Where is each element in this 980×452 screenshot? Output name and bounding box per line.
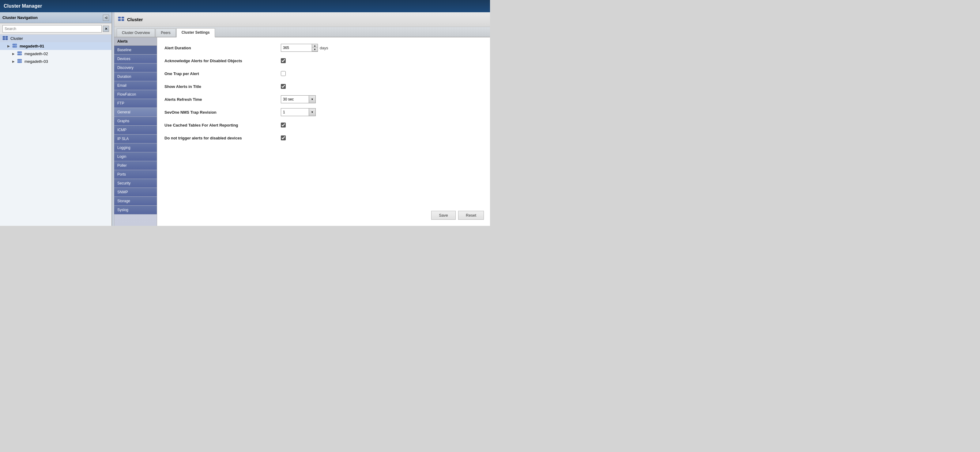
save-button[interactable]: Save xyxy=(431,211,456,220)
acknowledge-alerts-checkbox[interactable] xyxy=(281,58,286,63)
one-trap-row: One Trap per Alert xyxy=(164,69,483,78)
no-trigger-alerts-control xyxy=(281,136,286,141)
tree-container: Cluster ▶ megadeth-01 ▶ xyxy=(0,35,111,226)
svg-point-11 xyxy=(21,54,21,55)
alerts-refresh-dropdown-container: ▼ xyxy=(281,95,316,103)
show-alerts-control xyxy=(281,84,286,89)
sidebar-item-duration[interactable]: Duration xyxy=(114,72,157,81)
cluster-label: Cluster xyxy=(10,36,23,41)
one-trap-checkbox[interactable] xyxy=(281,71,286,76)
server-icon-03 xyxy=(17,59,22,64)
clear-search-button[interactable]: ✕ xyxy=(103,26,109,32)
alert-duration-input[interactable] xyxy=(281,44,312,51)
settings-content: Alert Duration ▲ ▼ days A xyxy=(157,37,490,226)
tree-item-megadeth-01[interactable]: ▶ megadeth-01 xyxy=(0,42,111,50)
alert-duration-input-container: ▲ ▼ xyxy=(281,44,318,52)
sidebar-item-general[interactable]: General xyxy=(114,108,157,117)
megadeth-03-label: megadeth-03 xyxy=(24,59,48,64)
panel-divider[interactable]: · · · xyxy=(112,12,114,226)
show-alerts-checkbox[interactable] xyxy=(281,84,286,89)
acknowledge-alerts-label: Acknowledge Alerts for Disabled Objects xyxy=(164,59,281,63)
alert-duration-label: Alert Duration xyxy=(164,46,281,50)
cluster-icon xyxy=(2,36,8,41)
sidebar-item-syslog[interactable]: Syslog xyxy=(114,206,157,214)
search-input[interactable] xyxy=(2,25,102,32)
sidebar-item-devices[interactable]: Devices xyxy=(114,54,157,64)
cached-tables-checkbox[interactable] xyxy=(281,123,286,128)
svg-rect-19 xyxy=(122,19,124,21)
right-panel: Cluster Cluster Overview Peers Cluster S… xyxy=(114,12,490,226)
trap-revision-label: SevOne NMS Trap Revision xyxy=(164,110,281,115)
svg-point-6 xyxy=(16,45,16,45)
sidebar-item-flowfalcon[interactable]: FlowFalcon xyxy=(114,90,157,99)
reset-button[interactable]: Reset xyxy=(458,211,484,220)
tab-cluster-settings[interactable]: Cluster Settings xyxy=(177,28,215,37)
alert-duration-control: ▲ ▼ days xyxy=(281,44,328,52)
right-panel-header: Cluster xyxy=(114,12,490,27)
right-panel-title: Cluster xyxy=(127,17,143,22)
one-trap-label: One Trap per Alert xyxy=(164,72,281,76)
alerts-refresh-row: Alerts Refresh Time ▼ xyxy=(164,95,483,104)
one-trap-control xyxy=(281,71,286,76)
tab-peers[interactable]: Peers xyxy=(156,29,175,37)
sidebar-item-ftp[interactable]: FTP xyxy=(114,99,157,108)
sidebar-item-icmp[interactable]: ICMP xyxy=(114,126,157,134)
cached-tables-row: Use Cached Tables For Alert Reporting xyxy=(164,121,483,129)
tree-item-cluster[interactable]: Cluster xyxy=(0,35,111,42)
sidebar-item-poller[interactable]: Poller xyxy=(114,161,157,170)
sidebar-item-snmp[interactable]: SNMP xyxy=(114,188,157,197)
trap-revision-control: ▼ xyxy=(281,108,316,116)
show-alerts-label: Show Alerts in Title xyxy=(164,84,281,89)
alerts-refresh-control: ▼ xyxy=(281,95,316,103)
alert-duration-spinner: ▲ ▼ xyxy=(312,44,318,51)
trap-revision-dropdown-btn[interactable]: ▼ xyxy=(309,109,315,116)
svg-rect-1 xyxy=(3,38,5,40)
sidebar-item-security[interactable]: Security xyxy=(114,179,157,188)
megadeth-02-label: megadeth-02 xyxy=(24,51,48,56)
cluster-navigation-label: Cluster Navigation xyxy=(2,15,38,20)
server-icon-02 xyxy=(17,51,22,56)
app-title: Cluster Manager xyxy=(4,3,42,9)
sidebar-item-email[interactable]: Email xyxy=(114,81,157,90)
left-panel-header: Cluster Navigation ◁ xyxy=(0,12,111,23)
alerts-refresh-dropdown-input[interactable] xyxy=(281,96,309,103)
tree-item-megadeth-03[interactable]: ▶ megadeth-03 xyxy=(0,57,111,65)
collapse-button[interactable]: ◁ xyxy=(103,15,109,21)
tree-arrow-02: ▶ xyxy=(12,52,16,56)
trap-revision-dropdown-container: ▼ xyxy=(281,108,316,116)
sidebar-item-graphs[interactable]: Graphs xyxy=(114,117,157,126)
no-trigger-alerts-label: Do not trigger alerts for disabled devic… xyxy=(164,136,281,141)
megadeth-01-label: megadeth-01 xyxy=(20,44,44,48)
svg-rect-2 xyxy=(5,36,8,38)
svg-rect-3 xyxy=(5,38,8,40)
trap-revision-row: SevOne NMS Trap Revision ▼ xyxy=(164,108,483,117)
sidebar-header-alerts: Alerts xyxy=(114,37,157,46)
svg-rect-17 xyxy=(118,19,121,21)
no-trigger-alerts-row: Do not trigger alerts for disabled devic… xyxy=(164,134,483,142)
alert-duration-up[interactable]: ▲ xyxy=(312,44,318,48)
main-container: Cluster Navigation ◁ ✕ Cluster xyxy=(0,12,490,226)
alerts-refresh-dropdown-btn[interactable]: ▼ xyxy=(309,96,315,103)
tab-cluster-overview[interactable]: Cluster Overview xyxy=(117,29,155,37)
left-panel: Cluster Navigation ◁ ✕ Cluster xyxy=(0,12,112,226)
sidebar-item-storage[interactable]: Storage xyxy=(114,197,157,206)
sidebar-item-discovery[interactable]: Discovery xyxy=(114,64,157,72)
trap-revision-dropdown-input[interactable] xyxy=(281,109,309,116)
tree-item-megadeth-02[interactable]: ▶ megadeth-02 xyxy=(0,50,111,57)
sidebar-item-logging[interactable]: Logging xyxy=(114,144,157,152)
acknowledge-alerts-row: Acknowledge Alerts for Disabled Objects xyxy=(164,56,483,65)
no-trigger-alerts-checkbox[interactable] xyxy=(281,136,286,141)
svg-rect-16 xyxy=(118,17,121,18)
alert-duration-down[interactable]: ▼ xyxy=(312,48,318,51)
svg-point-10 xyxy=(21,52,21,53)
tree-arrow-01: ▶ xyxy=(7,45,11,48)
sidebar-item-baseline[interactable]: Baseline xyxy=(114,46,157,54)
show-alerts-row: Show Alerts in Title xyxy=(164,82,483,91)
sidebar-item-ipsla[interactable]: IP SLA xyxy=(114,134,157,144)
server-icon-01 xyxy=(12,43,17,49)
sidebar-item-ports[interactable]: Ports xyxy=(114,170,157,179)
svg-point-14 xyxy=(21,60,21,61)
title-bar: Cluster Manager xyxy=(0,0,490,12)
sidebar-item-login[interactable]: Login xyxy=(114,152,157,161)
action-buttons: Save Reset xyxy=(431,211,484,220)
